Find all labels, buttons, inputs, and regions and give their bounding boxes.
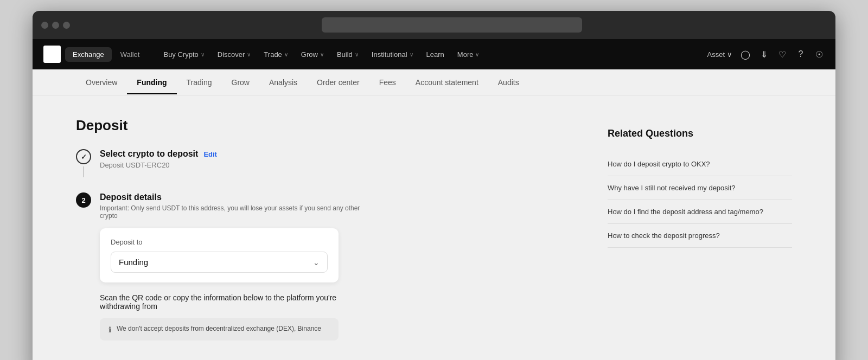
deposit-to-select[interactable]: Funding ⌄ xyxy=(111,252,328,273)
step-2-content: Deposit details Important: Only send USD… xyxy=(100,192,586,340)
related-question-2[interactable]: Why have I still not received my deposit… xyxy=(608,176,792,200)
subnav-analysis[interactable]: Analysis xyxy=(259,70,307,94)
asset-button[interactable]: Asset ∨ xyxy=(707,50,732,59)
step-1-title: Select crypto to deposit Edit xyxy=(100,149,586,159)
chevron-down-icon: ∨ xyxy=(475,52,479,57)
info-icon: ℹ xyxy=(108,325,111,334)
subnav-funding[interactable]: Funding xyxy=(127,70,176,94)
nav-item-discover[interactable]: Discover ∨ xyxy=(212,47,257,62)
chevron-down-icon: ⌄ xyxy=(313,258,320,267)
nav-tabs: Exchange Wallet xyxy=(65,47,147,62)
chevron-down-icon: ∨ xyxy=(320,52,324,57)
help-icon[interactable]: ? xyxy=(795,49,806,60)
step-1-subtitle: Deposit USDT-ERC20 xyxy=(100,161,586,169)
address-bar[interactable] xyxy=(322,17,582,33)
edit-link[interactable]: Edit xyxy=(203,150,217,158)
sub-nav: Overview Funding Trading Grow Analysis O… xyxy=(33,69,835,95)
related-question-4[interactable]: How to check the deposit progress? xyxy=(608,224,792,248)
content-right: Related Questions How do I deposit crypt… xyxy=(608,117,792,353)
step-2-indicator: 2 xyxy=(76,192,91,340)
globe-icon[interactable]: ☉ xyxy=(814,49,825,60)
browser-chrome xyxy=(33,11,835,39)
subnav-grow[interactable]: Grow xyxy=(222,70,259,94)
scan-text: Scan the QR code or copy the information… xyxy=(100,293,360,311)
subnav-account-statement[interactable]: Account statement xyxy=(406,70,488,94)
logo-box xyxy=(43,46,61,63)
chevron-down-icon: ∨ xyxy=(355,52,359,57)
deposit-to-label: Deposit to xyxy=(111,238,328,246)
nav-item-learn[interactable]: Learn xyxy=(421,47,450,62)
deposit-select-value: Funding xyxy=(119,258,148,267)
svg-rect-0 xyxy=(47,49,51,53)
main-content: Deposit ✓ Select crypto to deposit Edit … xyxy=(33,95,835,360)
nav-item-institutional[interactable]: Institutional ∨ xyxy=(366,47,419,62)
traffic-light-close xyxy=(41,22,48,29)
subnav-trading[interactable]: Trading xyxy=(177,70,222,94)
related-question-1[interactable]: How do I deposit crypto to OKX? xyxy=(608,152,792,176)
nav-item-build[interactable]: Build ∨ xyxy=(331,47,364,62)
chevron-down-icon: ∨ xyxy=(727,50,732,59)
nav-item-grow[interactable]: Grow ∨ xyxy=(296,47,329,62)
svg-rect-2 xyxy=(47,55,51,60)
profile-icon[interactable]: ◯ xyxy=(740,49,751,60)
nav-item-buycrypto[interactable]: Buy Crypto ∨ xyxy=(158,47,209,62)
chevron-down-icon: ∨ xyxy=(410,52,413,57)
okx-logo-icon xyxy=(46,48,58,60)
page-title: Deposit xyxy=(76,117,586,134)
bell-icon[interactable]: ♡ xyxy=(777,49,788,60)
svg-rect-1 xyxy=(53,49,58,53)
logo[interactable] xyxy=(43,46,61,63)
related-title: Related Questions xyxy=(608,128,792,139)
step-1-line xyxy=(83,166,84,177)
step-1: ✓ Select crypto to deposit Edit Deposit … xyxy=(76,149,586,179)
nav-tab-wallet[interactable]: Wallet xyxy=(113,47,148,62)
browser-window: Exchange Wallet Buy Crypto ∨ Discover ∨ … xyxy=(33,11,835,360)
traffic-light-minimize xyxy=(52,22,59,29)
nav-item-trade[interactable]: Trade ∨ xyxy=(258,47,293,62)
nav-right: Asset ∨ ◯ ⇓ ♡ ? ☉ xyxy=(707,49,825,60)
traffic-lights xyxy=(41,22,70,29)
content-left: Deposit ✓ Select crypto to deposit Edit … xyxy=(76,117,586,353)
warning-text: Important: Only send USDT to this addres… xyxy=(100,204,360,220)
step-2: 2 Deposit details Important: Only send U… xyxy=(76,192,586,340)
subnav-order-center[interactable]: Order center xyxy=(307,70,369,94)
chevron-down-icon: ∨ xyxy=(284,52,288,57)
nav-tab-exchange[interactable]: Exchange xyxy=(65,47,112,62)
subnav-audits[interactable]: Audits xyxy=(488,70,529,94)
step-1-circle: ✓ xyxy=(76,149,91,164)
nav-item-more[interactable]: More ∨ xyxy=(452,47,485,62)
info-text: We don't accept deposits from decentrali… xyxy=(117,325,321,334)
subnav-overview[interactable]: Overview xyxy=(76,70,127,94)
nav-menu: Buy Crypto ∨ Discover ∨ Trade ∨ Grow ∨ B… xyxy=(158,47,707,62)
chevron-down-icon: ∨ xyxy=(201,52,205,57)
download-icon[interactable]: ⇓ xyxy=(758,49,769,60)
chevron-down-icon: ∨ xyxy=(247,52,251,57)
top-nav: Exchange Wallet Buy Crypto ∨ Discover ∨ … xyxy=(33,39,835,69)
step-2-circle: 2 xyxy=(76,192,91,208)
step-2-title: Deposit details xyxy=(100,192,586,202)
traffic-light-maximize xyxy=(63,22,70,29)
subnav-fees[interactable]: Fees xyxy=(369,70,406,94)
step-1-content: Select crypto to deposit Edit Deposit US… xyxy=(100,149,586,179)
info-box: ℹ We don't accept deposits from decentra… xyxy=(100,318,339,340)
svg-rect-3 xyxy=(53,55,58,60)
related-question-3[interactable]: How do I find the deposit address and ta… xyxy=(608,200,792,224)
deposit-card: Deposit to Funding ⌄ xyxy=(100,228,339,282)
step-1-indicator: ✓ xyxy=(76,149,91,179)
